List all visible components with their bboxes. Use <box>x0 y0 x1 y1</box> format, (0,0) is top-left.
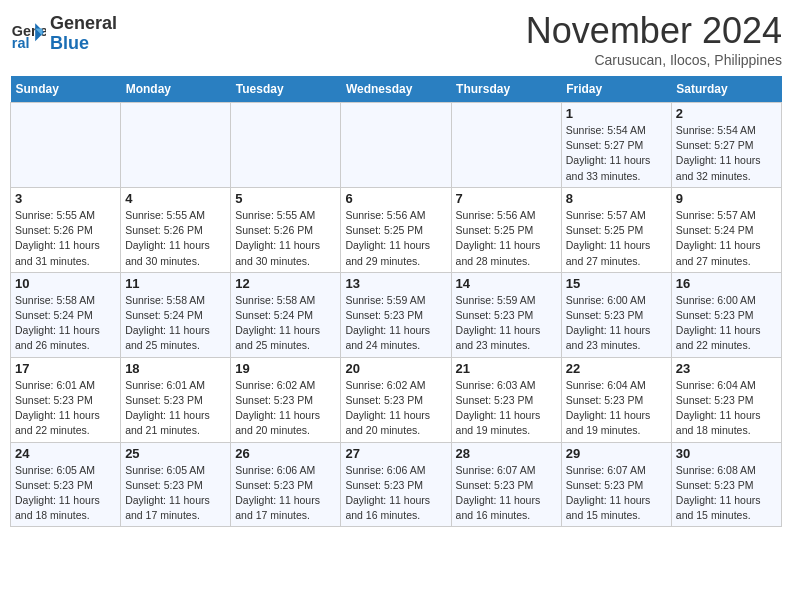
calendar-day-cell: 24Sunrise: 6:05 AMSunset: 5:23 PMDayligh… <box>11 442 121 527</box>
day-info: Sunrise: 5:59 AMSunset: 5:23 PMDaylight:… <box>456 293 557 354</box>
calendar-day-cell: 19Sunrise: 6:02 AMSunset: 5:23 PMDayligh… <box>231 357 341 442</box>
calendar-day-cell: 3Sunrise: 5:55 AMSunset: 5:26 PMDaylight… <box>11 187 121 272</box>
page-header: Gene ral General Blue November 2024 Caru… <box>10 10 782 68</box>
day-number: 14 <box>456 276 557 291</box>
calendar-day-cell: 14Sunrise: 5:59 AMSunset: 5:23 PMDayligh… <box>451 272 561 357</box>
title-block: November 2024 Carusucan, Ilocos, Philipp… <box>526 10 782 68</box>
logo-line1: General <box>50 13 117 33</box>
day-number: 2 <box>676 106 777 121</box>
day-number: 26 <box>235 446 336 461</box>
day-info: Sunrise: 6:07 AMSunset: 5:23 PMDaylight:… <box>566 463 667 524</box>
day-info: Sunrise: 5:59 AMSunset: 5:23 PMDaylight:… <box>345 293 446 354</box>
day-number: 25 <box>125 446 226 461</box>
day-info: Sunrise: 5:54 AMSunset: 5:27 PMDaylight:… <box>566 123 667 184</box>
day-info: Sunrise: 5:56 AMSunset: 5:25 PMDaylight:… <box>456 208 557 269</box>
logo-icon: Gene ral <box>10 16 46 52</box>
day-info: Sunrise: 6:05 AMSunset: 5:23 PMDaylight:… <box>125 463 226 524</box>
day-info: Sunrise: 6:08 AMSunset: 5:23 PMDaylight:… <box>676 463 777 524</box>
calendar-day-cell: 25Sunrise: 6:05 AMSunset: 5:23 PMDayligh… <box>121 442 231 527</box>
day-number: 29 <box>566 446 667 461</box>
day-number: 21 <box>456 361 557 376</box>
day-number: 18 <box>125 361 226 376</box>
day-info: Sunrise: 6:00 AMSunset: 5:23 PMDaylight:… <box>676 293 777 354</box>
day-info: Sunrise: 6:05 AMSunset: 5:23 PMDaylight:… <box>15 463 116 524</box>
calendar-day-cell: 30Sunrise: 6:08 AMSunset: 5:23 PMDayligh… <box>671 442 781 527</box>
calendar-week-row: 10Sunrise: 5:58 AMSunset: 5:24 PMDayligh… <box>11 272 782 357</box>
day-info: Sunrise: 6:00 AMSunset: 5:23 PMDaylight:… <box>566 293 667 354</box>
day-number: 8 <box>566 191 667 206</box>
day-number: 19 <box>235 361 336 376</box>
day-info: Sunrise: 6:06 AMSunset: 5:23 PMDaylight:… <box>235 463 336 524</box>
weekday-header: Tuesday <box>231 76 341 103</box>
day-info: Sunrise: 5:58 AMSunset: 5:24 PMDaylight:… <box>235 293 336 354</box>
calendar-week-row: 1Sunrise: 5:54 AMSunset: 5:27 PMDaylight… <box>11 103 782 188</box>
day-number: 1 <box>566 106 667 121</box>
calendar-day-cell <box>451 103 561 188</box>
day-info: Sunrise: 5:55 AMSunset: 5:26 PMDaylight:… <box>125 208 226 269</box>
calendar-day-cell: 17Sunrise: 6:01 AMSunset: 5:23 PMDayligh… <box>11 357 121 442</box>
day-number: 27 <box>345 446 446 461</box>
day-info: Sunrise: 6:01 AMSunset: 5:23 PMDaylight:… <box>15 378 116 439</box>
calendar-day-cell: 22Sunrise: 6:04 AMSunset: 5:23 PMDayligh… <box>561 357 671 442</box>
calendar-day-cell: 7Sunrise: 5:56 AMSunset: 5:25 PMDaylight… <box>451 187 561 272</box>
calendar-day-cell: 27Sunrise: 6:06 AMSunset: 5:23 PMDayligh… <box>341 442 451 527</box>
day-number: 16 <box>676 276 777 291</box>
calendar-day-cell: 13Sunrise: 5:59 AMSunset: 5:23 PMDayligh… <box>341 272 451 357</box>
weekday-header-row: SundayMondayTuesdayWednesdayThursdayFrid… <box>11 76 782 103</box>
calendar-day-cell: 12Sunrise: 5:58 AMSunset: 5:24 PMDayligh… <box>231 272 341 357</box>
calendar-day-cell: 8Sunrise: 5:57 AMSunset: 5:25 PMDaylight… <box>561 187 671 272</box>
day-number: 22 <box>566 361 667 376</box>
day-number: 15 <box>566 276 667 291</box>
calendar-day-cell: 20Sunrise: 6:02 AMSunset: 5:23 PMDayligh… <box>341 357 451 442</box>
calendar-day-cell: 23Sunrise: 6:04 AMSunset: 5:23 PMDayligh… <box>671 357 781 442</box>
day-info: Sunrise: 5:57 AMSunset: 5:25 PMDaylight:… <box>566 208 667 269</box>
day-number: 5 <box>235 191 336 206</box>
calendar-day-cell: 18Sunrise: 6:01 AMSunset: 5:23 PMDayligh… <box>121 357 231 442</box>
day-number: 24 <box>15 446 116 461</box>
day-number: 28 <box>456 446 557 461</box>
weekday-header: Wednesday <box>341 76 451 103</box>
day-number: 10 <box>15 276 116 291</box>
location-subtitle: Carusucan, Ilocos, Philippines <box>526 52 782 68</box>
day-number: 20 <box>345 361 446 376</box>
day-number: 30 <box>676 446 777 461</box>
day-number: 9 <box>676 191 777 206</box>
calendar-day-cell: 21Sunrise: 6:03 AMSunset: 5:23 PMDayligh… <box>451 357 561 442</box>
weekday-header: Thursday <box>451 76 561 103</box>
svg-text:ral: ral <box>12 35 30 51</box>
day-info: Sunrise: 5:54 AMSunset: 5:27 PMDaylight:… <box>676 123 777 184</box>
day-number: 23 <box>676 361 777 376</box>
day-info: Sunrise: 5:55 AMSunset: 5:26 PMDaylight:… <box>235 208 336 269</box>
weekday-header: Saturday <box>671 76 781 103</box>
day-info: Sunrise: 6:02 AMSunset: 5:23 PMDaylight:… <box>235 378 336 439</box>
calendar-day-cell: 29Sunrise: 6:07 AMSunset: 5:23 PMDayligh… <box>561 442 671 527</box>
day-number: 7 <box>456 191 557 206</box>
day-info: Sunrise: 5:58 AMSunset: 5:24 PMDaylight:… <box>15 293 116 354</box>
day-number: 13 <box>345 276 446 291</box>
day-info: Sunrise: 6:04 AMSunset: 5:23 PMDaylight:… <box>566 378 667 439</box>
calendar-day-cell: 28Sunrise: 6:07 AMSunset: 5:23 PMDayligh… <box>451 442 561 527</box>
calendar-week-row: 17Sunrise: 6:01 AMSunset: 5:23 PMDayligh… <box>11 357 782 442</box>
day-info: Sunrise: 6:02 AMSunset: 5:23 PMDaylight:… <box>345 378 446 439</box>
calendar-week-row: 3Sunrise: 5:55 AMSunset: 5:26 PMDaylight… <box>11 187 782 272</box>
day-info: Sunrise: 6:01 AMSunset: 5:23 PMDaylight:… <box>125 378 226 439</box>
day-number: 11 <box>125 276 226 291</box>
month-title: November 2024 <box>526 10 782 52</box>
day-number: 12 <box>235 276 336 291</box>
calendar-day-cell: 26Sunrise: 6:06 AMSunset: 5:23 PMDayligh… <box>231 442 341 527</box>
day-number: 4 <box>125 191 226 206</box>
calendar-day-cell: 11Sunrise: 5:58 AMSunset: 5:24 PMDayligh… <box>121 272 231 357</box>
calendar-day-cell: 10Sunrise: 5:58 AMSunset: 5:24 PMDayligh… <box>11 272 121 357</box>
calendar-day-cell: 15Sunrise: 6:00 AMSunset: 5:23 PMDayligh… <box>561 272 671 357</box>
day-info: Sunrise: 6:04 AMSunset: 5:23 PMDaylight:… <box>676 378 777 439</box>
calendar-day-cell: 1Sunrise: 5:54 AMSunset: 5:27 PMDaylight… <box>561 103 671 188</box>
weekday-header: Sunday <box>11 76 121 103</box>
calendar-table: SundayMondayTuesdayWednesdayThursdayFrid… <box>10 76 782 527</box>
day-info: Sunrise: 5:56 AMSunset: 5:25 PMDaylight:… <box>345 208 446 269</box>
calendar-day-cell <box>121 103 231 188</box>
logo-line2: Blue <box>50 33 89 53</box>
calendar-day-cell: 2Sunrise: 5:54 AMSunset: 5:27 PMDaylight… <box>671 103 781 188</box>
day-info: Sunrise: 5:55 AMSunset: 5:26 PMDaylight:… <box>15 208 116 269</box>
day-info: Sunrise: 5:57 AMSunset: 5:24 PMDaylight:… <box>676 208 777 269</box>
calendar-day-cell <box>341 103 451 188</box>
